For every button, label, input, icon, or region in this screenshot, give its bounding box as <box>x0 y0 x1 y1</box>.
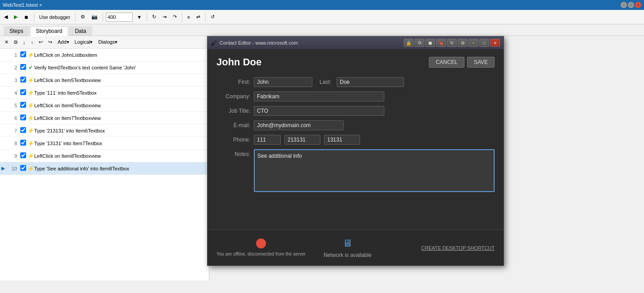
dialog-status-bar: You are offline, disconnected from the s… <box>207 229 504 266</box>
email-input[interactable] <box>254 120 344 130</box>
step-type-icon: ⚡ <box>27 115 34 121</box>
step-row[interactable]: 5⚡LeftClick on Item6Textboxview <box>0 99 209 112</box>
save-button[interactable]: SAVE <box>467 57 495 68</box>
move-up-button[interactable]: ↑ <box>29 39 36 46</box>
step-text: LeftClick on Item7Textboxview <box>34 115 207 121</box>
reset-button[interactable]: ↺ <box>208 13 217 21</box>
step-checkbox[interactable] <box>20 51 26 57</box>
step-over-button[interactable]: ↷ <box>171 13 179 21</box>
step-row[interactable]: ▶10⚡Type 'See additional info' into Item… <box>0 162 209 175</box>
delete-step-button[interactable]: ✕ <box>3 38 10 46</box>
jobtitle-label: Job Title: <box>216 108 250 114</box>
jobtitle-input[interactable] <box>254 106 384 116</box>
dialog-bookmark-button[interactable]: 🔖 <box>436 39 446 47</box>
phone2-input[interactable] <box>284 135 320 145</box>
step-row[interactable]: 1⚡LeftClick on JohnListboxitem <box>0 49 209 61</box>
step-text: LeftClick on Item6Textboxview <box>34 103 207 108</box>
dialog-minimize-button[interactable]: − <box>468 39 478 47</box>
camera-button[interactable]: 📷 <box>89 13 100 21</box>
minimize-button[interactable]: − <box>621 2 627 8</box>
dialog-lock-button[interactable]: 🔒 <box>404 39 414 47</box>
notes-textarea[interactable] <box>254 149 495 192</box>
create-shortcut-button[interactable]: CREATE DESKTOP SHORTCUT <box>421 245 495 251</box>
step-checkbox[interactable] <box>20 64 26 70</box>
tab-steps[interactable]: Steps <box>4 26 29 36</box>
dialogs-dropdown-button[interactable]: Dialogs▾ <box>96 38 119 46</box>
step-checkbox[interactable] <box>20 102 26 108</box>
cancel-button[interactable]: CANCEL <box>429 57 464 68</box>
phone-label: Phone: <box>216 137 250 143</box>
network-icon: 🖥 <box>342 238 352 249</box>
step-type-icon: ✔ <box>27 64 34 71</box>
align-right-button[interactable]: ⇌ <box>194 13 203 21</box>
move-down-button[interactable]: ↓ <box>21 39 27 46</box>
phone1-input[interactable] <box>254 135 281 145</box>
dialog-copy-button[interactable]: ⧉ <box>414 39 424 47</box>
back-button[interactable]: ◀ <box>2 13 10 21</box>
step-number: 1 <box>6 52 19 58</box>
step-checkbox[interactable] <box>20 140 26 146</box>
phone3-input[interactable] <box>324 135 360 145</box>
step-row[interactable]: 3⚡LeftClick on Item5Textboxview <box>0 74 209 87</box>
maximize-button[interactable]: □ <box>628 2 634 8</box>
main-layout: ✕ ⧉ ↓ ↑ ↩ ↪ Add▾ Logical▾ Dialogs▾ 1⚡Lef… <box>0 36 644 280</box>
step-row[interactable]: 9⚡LeftClick on Item8Textboxview <box>0 150 209 162</box>
step-row[interactable]: 4⚡Type '111' into Item5Textbox <box>0 87 209 99</box>
step-checkbox[interactable] <box>20 152 26 158</box>
settings-button[interactable]: ⚙ <box>78 13 87 21</box>
speed-dropdown[interactable]: ▼ <box>135 13 144 21</box>
step-current-indicator: ▶ <box>0 165 6 171</box>
step-checkbox-container <box>19 140 27 146</box>
debugger-button[interactable]: Use debugger <box>37 13 72 21</box>
add-dropdown-button[interactable]: Add▾ <box>56 38 71 46</box>
refresh-button[interactable]: ↻ <box>150 13 158 21</box>
separator2 <box>75 13 76 22</box>
close-button[interactable]: × <box>635 2 641 8</box>
step-type-icon: ⚡ <box>27 52 34 58</box>
company-input[interactable] <box>254 92 384 101</box>
redo-button[interactable]: ↪ <box>46 38 54 46</box>
step-checkbox-container <box>19 102 27 109</box>
dialog-stop-button[interactable]: ⏹ <box>425 39 435 47</box>
last-input[interactable] <box>337 77 404 87</box>
email-label: E-mail: <box>216 122 250 128</box>
step-text: Type 'See additional info' into Item8Tex… <box>34 166 207 171</box>
step-checkbox[interactable] <box>20 89 26 95</box>
dialog-icon: 🖊 <box>211 40 217 46</box>
step-into-button[interactable]: ⇥ <box>160 13 169 21</box>
step-text: Type '213131' into Item6Textbox <box>34 128 207 133</box>
first-input[interactable] <box>254 77 312 87</box>
separator1 <box>34 13 34 22</box>
align-left-button[interactable]: ≡ <box>185 13 192 21</box>
run-button[interactable]: ▶ <box>12 13 20 21</box>
separator4 <box>147 13 147 22</box>
dialog-refresh-button[interactable]: ↻ <box>447 39 457 47</box>
step-row[interactable]: 2✔Verify Item0Textbox's text content Sam… <box>0 61 209 74</box>
network-status: 🖥 Network is available <box>324 238 372 258</box>
dialog-close-button[interactable]: ✕ <box>490 39 500 47</box>
speed-input[interactable] <box>106 13 133 22</box>
step-checkbox-container <box>19 152 27 159</box>
steps-toolbar: ✕ ⧉ ↓ ↑ ↩ ↪ Add▾ Logical▾ Dialogs▾ <box>0 36 209 49</box>
step-checkbox[interactable] <box>20 77 26 82</box>
tab-data[interactable]: Data <box>69 26 92 36</box>
step-number: 3 <box>6 78 19 83</box>
step-row[interactable]: 6⚡LeftClick on Item7Textboxview <box>0 112 209 124</box>
dialog-settings-button[interactable]: ⚙ <box>458 39 468 47</box>
record-button[interactable]: ⏺ <box>22 13 31 21</box>
undo-button[interactable]: ↩ <box>37 38 45 46</box>
step-checkbox[interactable] <box>20 165 26 171</box>
offline-status: You are offline, disconnected from the s… <box>216 238 306 257</box>
step-text: LeftClick on Item5Textboxview <box>34 78 207 83</box>
step-row[interactable]: 7⚡Type '213131' into Item6Textbox <box>0 124 209 137</box>
step-row[interactable]: 8⚡Type '13131' into Item7Textbox <box>0 137 209 150</box>
step-checkbox-container <box>19 77 27 83</box>
step-text: Type '13131' into Item7Textbox <box>34 141 207 146</box>
copy-step-button[interactable]: ⧉ <box>12 38 19 46</box>
step-checkbox[interactable] <box>20 127 26 133</box>
step-checkbox[interactable] <box>20 114 26 120</box>
logical-dropdown-button[interactable]: Logical▾ <box>73 38 95 46</box>
tab-storyboard[interactable]: Storyboard <box>30 26 68 36</box>
dialog-maximize-button[interactable]: □ <box>479 39 489 47</box>
step-number: 10 <box>6 166 19 171</box>
